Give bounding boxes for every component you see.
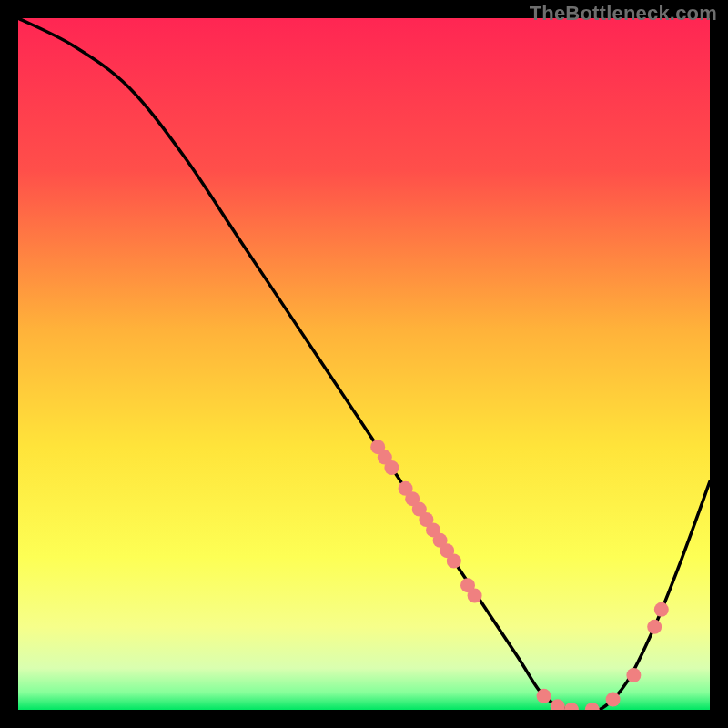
plot-area [18, 18, 710, 710]
data-marker [654, 602, 669, 617]
gradient-bg [18, 18, 710, 710]
data-marker [537, 689, 551, 703]
data-marker [384, 460, 399, 475]
chart-stage: TheBottleneck.com [0, 0, 728, 728]
data-marker [626, 668, 641, 682]
chart-svg [18, 18, 710, 710]
data-marker [447, 554, 461, 569]
watermark-text: TheBottleneck.com [530, 2, 717, 25]
data-marker [647, 620, 662, 634]
data-marker [606, 693, 621, 707]
data-marker [468, 589, 482, 603]
